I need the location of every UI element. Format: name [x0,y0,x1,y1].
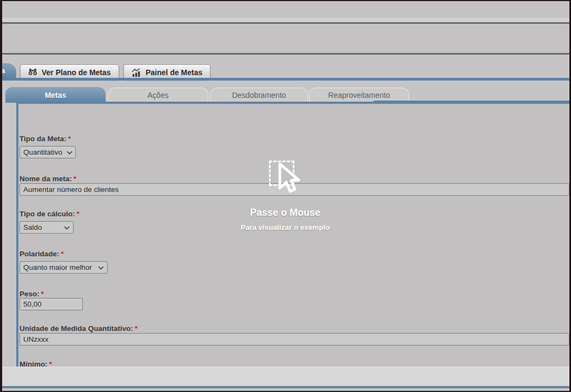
tab-metas[interactable]: Metas [5,87,106,103]
tab-reaproveitamento-label: Reaproveitamento [328,91,390,99]
window-border-left [0,0,2,392]
tipo-da-meta-value: Quantitativo [23,148,62,156]
tab-reaproveitamento[interactable]: Reaproveitamento [309,88,409,102]
chevron-down-icon [64,223,70,231]
tipo-da-meta-label: Tipo da Meta:* [19,135,71,143]
header-bar-top [2,1,569,18]
chevron-down-icon [98,263,104,271]
tab-acoes-label: Ações [148,91,169,99]
window-border-top [0,0,571,1]
header-bar-middle [2,24,569,53]
header-divider-light [2,18,569,22]
tipo-da-meta-select[interactable]: Quantitativo [19,146,76,158]
required-asterisk: * [77,210,80,218]
ver-plano-de-metas-label: Ver Plano de Metas [42,68,111,77]
required-asterisk: * [68,135,71,143]
hover-overlay-title: Passe o Mouse [204,207,366,218]
toolbar-underline [2,78,569,81]
tab-desdobramento-label: Desdobramento [232,91,286,99]
bar-chart-icon [132,68,141,77]
painel-de-metas-label: Painel de Metas [146,68,202,77]
tipo-de-calculo-label: Tipo de cálculo:* [19,210,80,218]
tab-metas-label: Metas [45,91,67,99]
tipo-de-calculo-select[interactable]: Saldo [19,221,74,234]
required-asterisk: * [61,250,64,258]
chevron-down-icon [67,148,73,156]
polaridade-label: Polaridade:* [19,250,64,258]
binoculars-icon [28,68,37,76]
header-divider-dark-2 [2,53,569,55]
required-asterisk: * [74,175,76,183]
required-asterisk: * [41,290,44,298]
tab-desdobramento[interactable]: Desdobramento [210,88,308,102]
required-asterisk: * [135,324,137,333]
peso-input[interactable] [19,298,83,310]
nome-da-meta-label: Nome da meta:* [19,175,76,183]
cursor-icon [278,163,306,200]
hover-overlay-text: Passe o Mouse Para visualizar o exemplo [204,207,366,231]
tab-acoes[interactable]: Ações [108,88,208,102]
bottom-scroll-bar[interactable] [2,367,569,386]
polaridade-select[interactable]: Quanto maior melhor [19,261,108,274]
hover-overlay-subtitle: Para visualizar o exemplo [204,223,366,231]
peso-label: Peso:* [19,290,44,298]
unidade-de-medida-label: Unidade de Medida Quantitativo:* [19,324,137,333]
outer-tab-partial[interactable]: a [0,63,16,78]
tipo-de-calculo-value: Saldo [23,223,42,231]
polaridade-value: Quanto maior melhor [23,263,92,271]
unidade-de-medida-input[interactable] [19,333,569,346]
